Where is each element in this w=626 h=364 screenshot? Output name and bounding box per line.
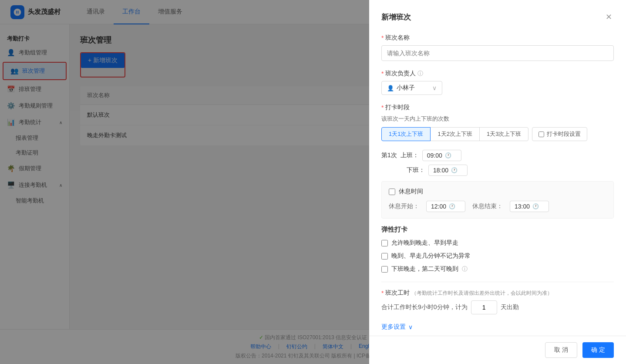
- flexible-section: 弹性打卡 允许晚到晚走、早到早走 晚到、早走几分钟不记为异常 下班晚走，第二天可…: [381, 226, 614, 273]
- off-duty-time-value: 18:00: [433, 167, 448, 174]
- break-time-checkbox[interactable]: [389, 189, 395, 195]
- punch-time-section: * 打卡时段 该班次一天内上下班的次数 1天1次上下班 1天2次上下班 1天3次…: [381, 104, 614, 141]
- break-start-label: 休息开始：: [389, 202, 419, 210]
- on-duty-time-value: 09:00: [427, 152, 442, 159]
- shift-owner-select[interactable]: 👤 小林子 ∨: [381, 81, 442, 95]
- flexible-opt2-checkbox[interactable]: [381, 253, 388, 260]
- flexible-opt2-row: 晚到、早走几分钟不记为异常: [381, 252, 614, 260]
- on-duty-row: 第1次 上班： 09:00 🕐: [381, 150, 614, 161]
- clock-icon: 🕐: [449, 203, 455, 209]
- flexible-opt2-label: 晚到、早走几分钟不记为异常: [391, 252, 471, 260]
- modal-header: 新增班次 ✕: [381, 10, 614, 24]
- modal-footer: 取 消 确 定: [369, 336, 626, 364]
- flexible-opt1-checkbox[interactable]: [381, 240, 388, 246]
- work-days-unit: 天出勤: [501, 303, 519, 311]
- clock-icon: 🕐: [451, 167, 458, 173]
- chevron-down-icon: ∨: [408, 324, 413, 330]
- work-hours-label: * 班次工时 （考勤统计工作时长及请假出差外出统计，会以此时间为准）: [381, 289, 614, 297]
- flexible-opt3-checkbox[interactable]: [381, 266, 388, 273]
- shift-owner-section: * 班次负责人 ⓘ 👤 小林子 ∨: [381, 70, 614, 95]
- chevron-down-icon: ∨: [432, 84, 437, 91]
- work-hours-desc: 合计工作时长9小时0分钟，计为: [381, 303, 468, 311]
- break-time-label: 休息时间: [399, 188, 423, 195]
- modal-panel: 新增班次 ✕ * 班次名称 * 班次负责人 ⓘ 👤 小林子 ∨: [369, 0, 626, 364]
- flexible-opt3-label: 下班晚走，第二天可晚到: [391, 265, 458, 273]
- punch-time-label: * 打卡时段: [381, 104, 614, 111]
- flexible-opt1-label: 允许晚到晚走、早到早走: [391, 239, 458, 247]
- punch-three-btn[interactable]: 1天3次上下班: [479, 127, 528, 141]
- break-end-label: 休息结束：: [472, 202, 503, 210]
- flexible-opt3-row: 下班晚走，第二天可晚到 ⓘ: [381, 265, 614, 273]
- more-settings-label: 更多设置: [381, 323, 406, 331]
- break-checkbox-row: 休息时间: [389, 188, 606, 195]
- punch-options-group: 1天1次上下班 1天2次上下班 1天3次上下班 打卡时段设置: [381, 127, 614, 141]
- first-time-label: 第1次: [381, 152, 397, 159]
- flexible-opt1-row: 允许晚到晚走、早到早走: [381, 239, 614, 247]
- break-start-input[interactable]: 12:00 🕐: [426, 201, 465, 212]
- on-duty-time-input[interactable]: 09:00 🕐: [422, 150, 461, 161]
- flexible-opt3-info-icon: ⓘ: [462, 265, 468, 273]
- more-settings-row[interactable]: 更多设置 ∨: [381, 323, 614, 331]
- flexible-label: 弹性打卡: [381, 226, 614, 234]
- work-days-input[interactable]: [471, 300, 497, 314]
- confirm-button[interactable]: 确 定: [582, 342, 614, 358]
- modal-overlay: 新增班次 ✕ * 班次名称 * 班次负责人 ⓘ 👤 小林子 ∨: [0, 0, 626, 364]
- clock-icon: 🕐: [445, 152, 451, 158]
- shift-name-label: * 班次名称: [381, 34, 614, 42]
- off-duty-label: 下班：: [407, 166, 425, 174]
- punch-custom-checkbox[interactable]: [538, 131, 544, 137]
- cancel-button[interactable]: 取 消: [545, 342, 577, 358]
- shift-name-input[interactable]: [381, 45, 614, 61]
- divider: [381, 282, 614, 282]
- break-times-row: 休息开始： 12:00 🕐 休息结束： 13:00 🕐: [389, 201, 606, 212]
- shift-owner-info-icon: ⓘ: [417, 70, 423, 78]
- break-end-input[interactable]: 13:00 🕐: [510, 201, 549, 212]
- shift-name-section: * 班次名称: [381, 34, 614, 61]
- work-hours-section: * 班次工时 （考勤统计工作时长及请假出差外出统计，会以此时间为准） 合计工作时…: [381, 289, 614, 314]
- shift-owner-label: * 班次负责人 ⓘ: [381, 70, 614, 78]
- off-duty-time-input[interactable]: 18:00 🕐: [428, 165, 468, 176]
- on-duty-label: 上班：: [401, 152, 419, 159]
- work-hours-row: 合计工作时长9小时0分钟，计为 天出勤: [381, 300, 614, 314]
- punch-custom-btn[interactable]: 打卡时段设置: [532, 127, 587, 141]
- close-button[interactable]: ✕: [604, 10, 614, 24]
- punch-count-desc: 该班次一天内上下班的次数: [381, 115, 614, 123]
- break-end-time: 13:00: [515, 203, 530, 210]
- break-time-section: 休息时间 休息开始： 12:00 🕐 休息结束： 13:00 🕐: [381, 181, 614, 219]
- punch-twice-btn[interactable]: 1天2次上下班: [430, 127, 479, 141]
- user-icon: 👤: [387, 85, 394, 91]
- off-duty-row: 下班： 18:00 🕐: [381, 165, 614, 176]
- punch-once-btn[interactable]: 1天1次上下班: [381, 127, 431, 141]
- work-hours-note: （考勤统计工作时长及请假出差外出统计，会以此时间为准）: [411, 290, 552, 297]
- shift-owner-value: 小林子: [397, 84, 415, 92]
- first-shift-times: 第1次 上班： 09:00 🕐 下班： 18:00 🕐: [381, 150, 614, 176]
- modal-title: 新增班次: [381, 12, 411, 22]
- clock-icon: 🕐: [532, 203, 539, 209]
- break-start-time: 12:00: [431, 203, 446, 210]
